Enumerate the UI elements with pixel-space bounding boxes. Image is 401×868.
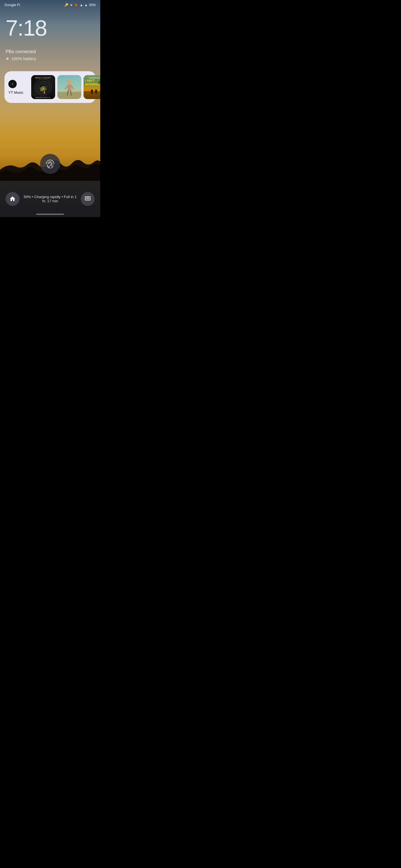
yt-music-widget[interactable]: YT Music · · · · · · · · 🌴 ONEREPUBLIC W… xyxy=(4,71,96,103)
svg-text:WORRIED: WORRIED xyxy=(85,83,100,86)
svg-rect-7 xyxy=(57,92,81,99)
svg-rect-31 xyxy=(86,197,90,199)
overview-icon xyxy=(85,196,91,202)
carrier-label: Google Fi xyxy=(4,3,20,7)
svg-rect-24 xyxy=(91,92,93,94)
signal-icon: ▲ xyxy=(84,3,88,7)
yt-music-albums: · · · · · · · · 🌴 ONEREPUBLIC WEST COAST xyxy=(31,75,100,99)
yt-music-app-icon xyxy=(8,80,17,88)
album-cover-person[interactable] xyxy=(57,75,81,99)
svg-rect-26 xyxy=(95,91,97,93)
bluetooth-indicator-icon: ∗ xyxy=(6,56,9,61)
charging-status: 50% • Charging rapidly • Full in 1 hr, 1… xyxy=(20,195,81,203)
yt-music-label: YT Music xyxy=(8,90,28,95)
mute-icon: 🔕 xyxy=(74,3,78,7)
bottom-bar: 50% • Charging rapidly • Full in 1 hr, 1… xyxy=(0,181,100,217)
wifi-icon: ▲ xyxy=(80,3,83,7)
svg-point-25 xyxy=(95,90,97,92)
bt-battery-level: 100% battery xyxy=(11,56,36,61)
bluetooth-icon: ∗ xyxy=(70,3,73,7)
key-icon: 🔑 xyxy=(64,3,68,7)
home-icon xyxy=(9,195,16,202)
status-icons: 🔑 ∗ 🔕 ▲ ▲ 50% xyxy=(64,3,96,7)
svg-text:I AIN'T: I AIN'T xyxy=(85,79,95,82)
yt-music-info: YT Music xyxy=(8,80,28,95)
svg-point-23 xyxy=(91,90,93,92)
battery-level: 50% xyxy=(89,3,96,7)
svg-point-8 xyxy=(67,79,71,85)
status-bar: Google Fi 🔑 ∗ 🔕 ▲ ▲ 50% xyxy=(0,0,100,9)
bluetooth-info: PBa connected ∗ 100% battery xyxy=(0,39,100,61)
fingerprint-button[interactable] xyxy=(40,154,60,174)
bt-device-name: PBa connected xyxy=(6,49,95,54)
svg-point-4 xyxy=(12,84,13,84)
svg-rect-9 xyxy=(67,85,71,91)
album-cover-aint-worried[interactable]: ONEREPUBLIC I AIN'T WORRIED xyxy=(84,75,100,99)
home-indicator xyxy=(36,214,64,215)
album-cover-west-coast[interactable]: · · · · · · · · 🌴 ONEREPUBLIC WEST COAST xyxy=(31,75,55,99)
svg-text:ONEREPUBLIC: ONEREPUBLIC xyxy=(89,77,100,79)
home-button[interactable] xyxy=(6,192,20,206)
fingerprint-icon xyxy=(45,159,55,169)
clock-widget: 7:18 xyxy=(0,9,100,39)
overview-button[interactable] xyxy=(81,192,95,206)
bt-battery-info: ∗ 100% battery xyxy=(6,56,95,61)
clock-time: 7:18 xyxy=(6,17,95,39)
